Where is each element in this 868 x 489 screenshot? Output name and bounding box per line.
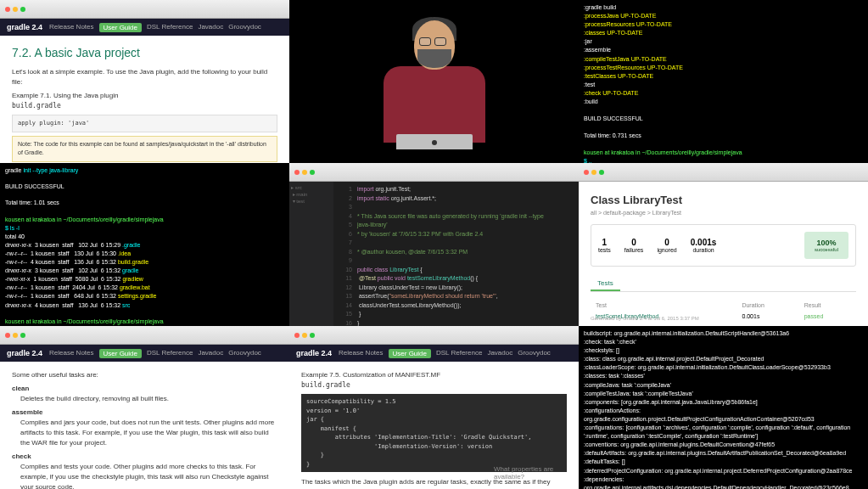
example-title: Example 7.1. Using the Java plugin	[12, 91, 277, 101]
gradle-header: gradle 2.4 Release Notes User Guide DSL …	[0, 19, 289, 36]
example-file: build.gradle	[12, 101, 277, 111]
nav-dsl[interactable]: DSL Reference	[147, 23, 193, 32]
gradle-doc-manifest: gradle 2.4 Release Notes User Guide DSL …	[289, 326, 579, 489]
nav-javadoc[interactable]: Javadoc	[198, 23, 223, 32]
gradle-nav: Release Notes User Guide DSL Reference J…	[49, 23, 261, 32]
test-title: Class LibraryTest	[591, 194, 856, 206]
terminal-build[interactable]: :gradle build :processJava UP-TO-DATE :p…	[579, 0, 868, 163]
sidebar-callout: What properties are available?	[494, 465, 570, 481]
code-editor[interactable]: ▸ src ▸ main ▾ test 1import org.junit.Te…	[289, 163, 579, 326]
gradle-doc-basic-java: gradle 2.4 Release Notes User Guide DSL …	[0, 0, 289, 163]
presenter	[375, 14, 494, 149]
browser-chrome	[579, 163, 868, 182]
code-example: apply plugin: 'java'	[12, 115, 277, 132]
gradle-header: gradle 2.4 Release Notes User Guide DSL …	[0, 345, 289, 362]
gradle-header: gradle 2.4 Release Notes User Guide DSL …	[289, 345, 579, 362]
code-manifest: sourceCompatibility = 1.5 version = '1.0…	[301, 394, 567, 472]
nav-userguide[interactable]: User Guide	[99, 23, 142, 32]
page-title: 7.2. A basic Java project	[12, 44, 277, 62]
footer-text: Generated by Gradle 2.4 at Jul 6, 2015 3…	[591, 316, 699, 321]
video-presenter[interactable]	[289, 0, 579, 163]
test-stats: 1tests 0failures 0ignored 0.001sduration…	[591, 224, 856, 267]
nav-release[interactable]: Release Notes	[49, 23, 93, 32]
browser-chrome	[0, 0, 289, 19]
browser-chrome	[289, 326, 579, 345]
terminal-debug[interactable]: buildscript: org.gradle.api.internal.ini…	[579, 326, 868, 489]
intro-text: Let's look at a simple example. To use t…	[12, 67, 277, 87]
success-badge: 100% successful	[804, 232, 848, 259]
gradle-doc-tasks: gradle 2.4 Release Notes User Guide DSL …	[0, 326, 289, 489]
tab-tests[interactable]: Tests	[591, 277, 620, 291]
doc-body: 7.2. A basic Java project Let's look at …	[0, 36, 289, 163]
breadcrumb[interactable]: all > default-package > LibraryTest	[591, 210, 856, 216]
note-box: Note: The code for this example can be f…	[12, 136, 277, 162]
file-tree[interactable]: ▸ src ▸ main ▾ test	[289, 182, 333, 326]
browser-chrome	[0, 326, 289, 345]
test-report: Class LibraryTest all > default-package …	[579, 163, 868, 326]
nav-groovydoc[interactable]: Groovydoc	[228, 23, 261, 32]
laptop-icon	[396, 134, 473, 149]
editor-chrome	[289, 163, 579, 182]
editor-content[interactable]: 1import org.junit.Test;2import static or…	[333, 182, 579, 326]
gradle-logo: gradle 2.4	[7, 23, 42, 31]
terminal-ls[interactable]: gradle init --type java-library BUILD SU…	[0, 163, 289, 326]
